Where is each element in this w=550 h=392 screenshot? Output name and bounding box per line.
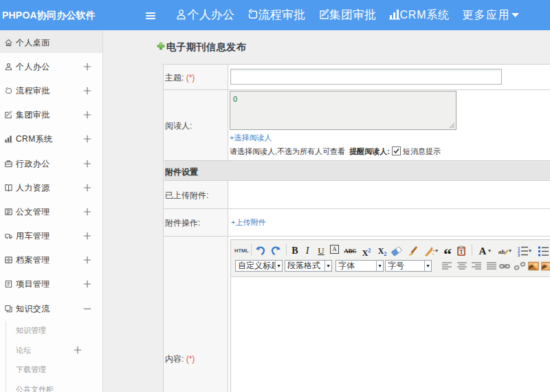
svg-text:ab: ab — [498, 248, 505, 255]
svg-text:T: T — [459, 249, 463, 255]
svg-text:3: 3 — [518, 253, 520, 257]
